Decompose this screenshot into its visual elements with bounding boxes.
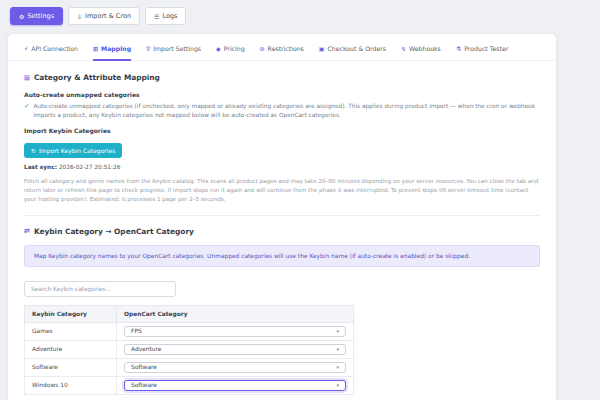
section-title-category-attribute-mapping: ⊞ Category & Attribute Mapping xyxy=(24,73,540,82)
table-row: Adventure Adventure xyxy=(25,340,354,358)
keybin-category-cell: Games xyxy=(25,322,117,340)
import-categories-label: Import Keybin Categories xyxy=(24,127,540,134)
table-row: Windows 10 Software xyxy=(25,376,354,394)
refresh-icon: ↻ xyxy=(31,147,36,154)
column-header-opencart: OpenCart Category xyxy=(117,305,354,322)
sitemap-icon: ⊞ xyxy=(93,45,98,52)
opencart-category-select[interactable]: FPS xyxy=(124,326,346,337)
keybin-category-cell: Windows 10 xyxy=(25,376,117,394)
column-header-keybin: Keybin Category xyxy=(25,305,117,322)
selected-option: Adventure xyxy=(131,346,161,352)
gear-icon: ⚙ xyxy=(19,13,24,20)
settings-card: ⚡ API Connection ⊞ Mapping ∇ Import Sett… xyxy=(8,34,556,400)
opencart-category-cell: Software xyxy=(117,376,354,394)
ban-icon: ⊘ xyxy=(260,45,265,52)
download-icon: ⇩ xyxy=(77,13,82,20)
tab-product-tester[interactable]: ⚗ Product Tester xyxy=(456,45,508,60)
tab-mapping[interactable]: ⊞ Mapping xyxy=(93,45,131,60)
import-button-label: Import Keybin Categories xyxy=(39,147,115,154)
opencart-category-cell: Software xyxy=(117,358,354,376)
opencart-category-cell: Adventure xyxy=(117,340,354,358)
logs-button-label: Logs xyxy=(162,12,177,20)
section-title-text: Category & Attribute Mapping xyxy=(34,73,160,82)
bolt-icon: ↯ xyxy=(401,45,406,52)
mapping-info-alert: Map Keybin category names to your OpenCa… xyxy=(24,245,540,267)
settings-button[interactable]: ⚙ Settings xyxy=(10,7,63,25)
tab-label: Checkout & Orders xyxy=(328,45,387,52)
settings-button-label: Settings xyxy=(27,12,54,20)
tab-label: API Connection xyxy=(31,45,78,52)
cart-icon: ▣ xyxy=(319,45,325,52)
opencart-category-cell: FPS xyxy=(117,322,354,340)
top-toolbar: ⚙ Settings ⇩ Import & Cron ☰ Logs xyxy=(0,0,600,25)
tab-label: Product Tester xyxy=(464,45,508,52)
auto-create-setting: ✓ Auto-create unmapped categories (if un… xyxy=(24,102,540,120)
last-sync: Last sync: 2026-02-27 20:51:26 xyxy=(24,164,540,170)
check-icon[interactable]: ✓ xyxy=(24,102,29,120)
last-sync-value: 2026-02-27 20:51:26 xyxy=(59,164,121,170)
selected-option: FPS xyxy=(131,328,142,334)
keybin-category-cell: Adventure xyxy=(25,340,117,358)
sitemap-icon: ⊞ xyxy=(24,74,30,82)
tab-api-connection[interactable]: ⚡ API Connection xyxy=(24,45,78,60)
auto-create-label: Auto-create unmapped categories xyxy=(24,91,540,98)
import-keybin-categories-button[interactable]: ↻ Import Keybin Categories xyxy=(24,143,122,158)
last-sync-label: Last sync: xyxy=(24,164,57,170)
category-mapping-table: Keybin Category OpenCart Category Games … xyxy=(24,305,354,395)
keybin-category-cell: Software xyxy=(25,358,117,376)
exchange-icon: ⇄ xyxy=(24,227,30,235)
selected-option: Software xyxy=(131,382,157,388)
tab-label: Webhooks xyxy=(409,45,441,52)
section-title-text: Keybin Category → OpenCart Category xyxy=(34,227,194,236)
table-row: Games FPS xyxy=(25,322,354,340)
import-help-text: Fetch all category and genre names from … xyxy=(24,177,540,204)
table-row: Software Software xyxy=(25,358,354,376)
opencart-category-select-focused[interactable]: Software xyxy=(124,380,346,391)
search-keybin-categories-input[interactable] xyxy=(24,281,176,297)
logs-button[interactable]: ☰ Logs xyxy=(145,7,186,25)
tag-icon: ◆ xyxy=(216,45,221,52)
section-title-keybin-opencart: ⇄ Keybin Category → OpenCart Category xyxy=(24,227,540,236)
tab-webhooks[interactable]: ↯ Webhooks xyxy=(401,45,441,60)
filter-icon: ∇ xyxy=(146,45,150,52)
tab-label: Restrictions xyxy=(268,45,304,52)
selected-option: Software xyxy=(131,364,157,370)
tab-restrictions[interactable]: ⊘ Restrictions xyxy=(260,45,304,60)
tab-checkout-orders[interactable]: ▣ Checkout & Orders xyxy=(319,45,386,60)
logs-icon: ☰ xyxy=(154,13,159,20)
divider xyxy=(24,215,540,216)
tab-label: Pricing xyxy=(224,45,245,52)
tab-import-settings[interactable]: ∇ Import Settings xyxy=(146,45,201,60)
opencart-category-select[interactable]: Adventure xyxy=(124,344,346,355)
import-cron-button-label: Import & Cron xyxy=(85,12,131,20)
tab-label: Import Settings xyxy=(153,45,201,52)
import-cron-button[interactable]: ⇩ Import & Cron xyxy=(68,7,140,25)
plug-icon: ⚡ xyxy=(24,45,28,52)
auto-create-description: Auto-create unmapped categories (if unch… xyxy=(33,102,540,120)
tab-pricing[interactable]: ◆ Pricing xyxy=(216,45,244,60)
tab-label: Mapping xyxy=(101,45,131,52)
tab-bar: ⚡ API Connection ⊞ Mapping ∇ Import Sett… xyxy=(8,34,556,61)
flask-icon: ⚗ xyxy=(456,45,461,52)
mapping-tab-content: ⊞ Category & Attribute Mapping Auto-crea… xyxy=(8,61,556,400)
opencart-category-select[interactable]: Software xyxy=(124,362,346,373)
table-header-row: Keybin Category OpenCart Category xyxy=(25,305,354,322)
